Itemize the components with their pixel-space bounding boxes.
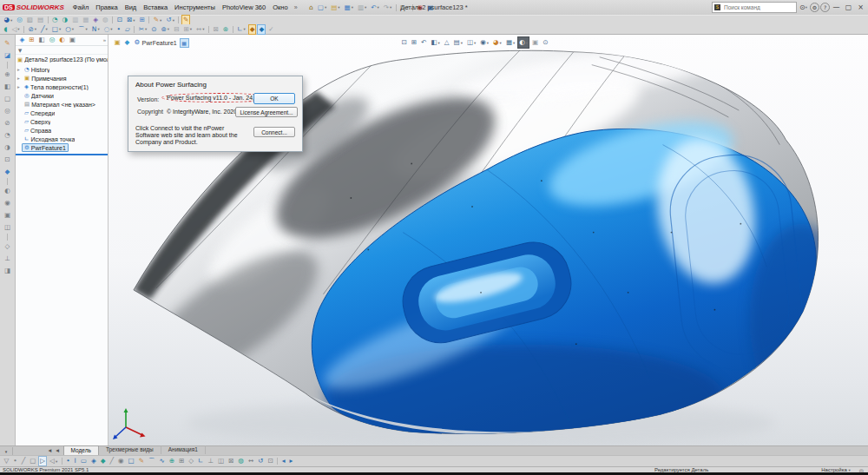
filter-faces-icon[interactable]: ▢ (28, 456, 37, 466)
view-settings-icon[interactable]: ◐▾ (517, 36, 529, 49)
home-icon[interactable]: ⌂ (307, 3, 315, 13)
ok-button[interactable]: OK (253, 93, 295, 104)
graphics-viewport[interactable]: ▣◆⚙ PwrFeature1 ▦ ⊡⊞↶◧▾△▤▾◫▾◉▾◕▾▦▾◐▾▣⊙ A… (108, 35, 868, 445)
move-entities-icon[interactable]: ↔▾ (194, 24, 207, 35)
feature-manager-tab-icon[interactable]: ◈ (18, 35, 27, 45)
ps-edge-icon[interactable]: ▭ (79, 456, 89, 466)
tree-item[interactable]: ∟Исходная точка (16, 135, 108, 143)
menu-item-7[interactable]: Окно (269, 2, 291, 13)
shell-strip-icon[interactable]: ⊡ (3, 154, 11, 166)
restore-icon[interactable]: ▢ (843, 2, 854, 13)
loft-strip-icon[interactable]: ◎ (3, 105, 12, 117)
menu-pin-icon[interactable]: » (292, 4, 300, 10)
tree-item[interactable]: ▸▣Примечания (16, 74, 108, 82)
section-strip-icon[interactable]: ◨ (3, 265, 12, 277)
new-document-icon[interactable]: ▢▾ (316, 3, 328, 13)
menu-item-6[interactable]: PhotoView 360 (219, 2, 269, 13)
tab-scroll-prev-icon[interactable]: ◂ (54, 445, 61, 455)
smart-dimension-icon[interactable]: ⊘▾ (27, 24, 39, 35)
filter-icon[interactable]: ▼ (18, 48, 22, 53)
evaluate-strip-icon[interactable]: ◇ (3, 241, 12, 253)
property-manager-tab-icon[interactable]: ⊞ (27, 35, 36, 45)
sketch-exit-icon[interactable]: ◖ (3, 24, 10, 35)
magnified-selection-icon[interactable]: ◁▾ (48, 456, 59, 466)
tree-item[interactable]: ▱Справа (16, 126, 108, 135)
offset-entities-icon[interactable]: ⊚▾ (160, 24, 172, 35)
surface-strip-icon[interactable]: ◐ (3, 185, 12, 197)
extrude-strip-icon[interactable]: ⊕ (3, 69, 11, 81)
select-arrow-icon[interactable]: ▷ (38, 456, 47, 466)
boundary-strip-icon[interactable]: ◉ (3, 197, 12, 209)
camera-view-icon[interactable]: ▣ (530, 36, 540, 49)
selection-filter-toggle-icon[interactable]: ▽ (3, 456, 11, 466)
rollback-bar[interactable] (16, 154, 108, 155)
options-gear-icon[interactable]: ⚙ (810, 3, 819, 12)
tree-tabs-chevron-icon[interactable]: » (103, 37, 106, 43)
sketch-back-icon[interactable]: ◁▾ (10, 24, 21, 35)
ps-corner-icon[interactable]: ∟ (196, 456, 205, 466)
fillet-strip-icon[interactable]: ◔ (3, 129, 12, 142)
help-icon[interactable]: ? (820, 3, 830, 12)
pwrfeature-gear-icon[interactable]: ⚙ (132, 37, 141, 48)
menu-item-4[interactable]: Вставка (140, 2, 171, 13)
convert-entities-icon[interactable]: ⊙ (149, 24, 158, 35)
display-manager-tab-icon[interactable]: ◐ (57, 35, 67, 45)
ps-mask-icon[interactable]: ◍ (236, 456, 246, 466)
ellipse-tool-icon[interactable]: ◌▾ (102, 24, 115, 35)
license-agreement-button[interactable]: License Agreement... (235, 107, 298, 117)
search-icon[interactable]: ⊙▾ (798, 2, 809, 13)
cut-strip-icon[interactable]: ⊘ (3, 117, 11, 129)
annotation-views-icon[interactable]: △ (443, 36, 451, 49)
section-view-icon[interactable]: ◧▾ (429, 36, 441, 49)
doc-tab-3[interactable]: Анимация1 (161, 445, 206, 454)
ps-move-icon[interactable]: ↔ (247, 456, 255, 466)
ps-body-icon[interactable]: ◆ (99, 456, 108, 466)
menu-item-3[interactable]: Вид (122, 2, 141, 13)
doc-tab-2[interactable]: Трехмерные виды (99, 445, 161, 454)
measure-strip-icon[interactable]: ⊥ (3, 253, 12, 265)
part-icon[interactable]: ▣ (113, 37, 122, 48)
ps-mirror-icon[interactable]: ◫ (216, 456, 226, 466)
breadcrumb[interactable]: ▣◆⚙ PwrFeature1 ▦ (112, 37, 189, 48)
display-delete-icon[interactable]: ⊠ (212, 24, 220, 35)
ps-face-icon[interactable]: ◈ (89, 456, 98, 466)
magnifier-icon[interactable]: ⊙ (541, 36, 549, 49)
confirm-icon[interactable]: ✓ (266, 24, 275, 35)
ps-fill-icon[interactable]: □ (127, 456, 136, 466)
ps-bend-icon[interactable]: ⌒ (147, 456, 157, 466)
filter-vertices-icon[interactable]: • (11, 456, 18, 466)
doc-tab-1[interactable]: Модель (63, 445, 99, 455)
ps-split-icon[interactable]: ╱ (108, 456, 115, 466)
apply-scene-icon[interactable]: ▦▾ (504, 36, 516, 49)
undo-icon[interactable]: ↶▾ (369, 3, 381, 13)
ps-normal-icon[interactable]: ⊥ (206, 456, 215, 466)
ps-grid-icon[interactable]: ⊞ (177, 456, 186, 466)
spline-tool-icon[interactable]: N▾ (90, 24, 102, 35)
minimize-icon[interactable]: — (831, 2, 842, 13)
arc-tool-icon[interactable]: ⌒▾ (76, 24, 89, 35)
repair-sketch-icon[interactable]: ⊛ (221, 24, 230, 35)
configuration-manager-tab-icon[interactable]: ◧ (37, 35, 47, 45)
ps-smooth-icon[interactable]: ∿ (157, 456, 166, 466)
ps-edit-icon[interactable]: ✎ (137, 456, 146, 466)
close-icon[interactable]: × (855, 2, 866, 13)
sweep-strip-icon[interactable]: ▢ (3, 93, 12, 105)
previous-view-icon[interactable]: ↶ (419, 36, 428, 49)
toolbar-collapse-icon[interactable]: ▾ (0, 447, 13, 455)
ps-diamond-icon[interactable]: ◇ (187, 456, 195, 466)
ps-select-icon[interactable]: • (64, 456, 71, 466)
tree-item[interactable]: ◎Датчики (16, 91, 108, 100)
tree-item[interactable]: ▸◈Тела поверхности(1) (16, 82, 108, 91)
knit-strip-icon[interactable]: ▣ (3, 209, 12, 221)
zoom-fit-icon[interactable]: ⊡ (400, 36, 409, 49)
tree-item[interactable]: ▤Материал <не указан> (16, 100, 108, 109)
tab-scroll-left-icon[interactable]: ◂ (47, 445, 54, 455)
power-surfacing-convert-icon[interactable]: ◆ (257, 24, 266, 35)
features-strip-icon[interactable]: ◪ (3, 49, 12, 62)
tree-item[interactable]: ▱Спереди (16, 109, 108, 117)
trim-tool-icon[interactable]: ✂▾ (137, 24, 149, 35)
tree-item[interactable]: ▸◔History (16, 65, 108, 74)
feature-icon[interactable]: ◆ (123, 37, 132, 48)
ps-add-loop-icon[interactable]: ⊕ (168, 456, 176, 466)
ce-manager-tab-icon[interactable]: ▣ (68, 35, 77, 45)
